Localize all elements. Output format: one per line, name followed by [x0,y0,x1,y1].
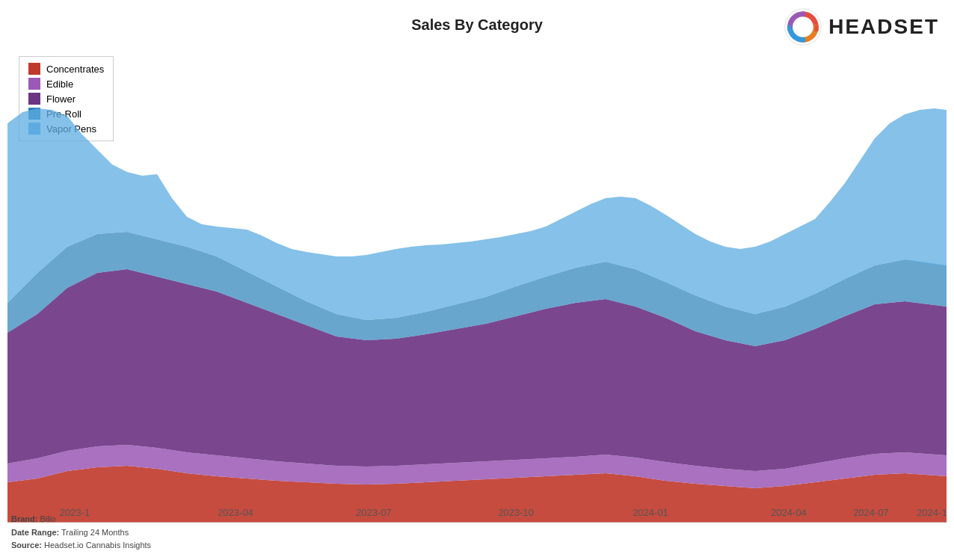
page-container: HEADSET Sales By Category Concentrates E… [0,0,954,560]
xaxis-label-4: 2024-01 [633,507,668,518]
footer-brand: Brand: Billo [11,513,151,526]
footer-source-value: Headset.io Cannabis Insights [44,541,151,550]
footer-date-label: Date Range: [11,528,59,537]
xaxis-label-6: 2024-07 [853,507,889,518]
xaxis-label-1: 2023-04 [218,507,253,518]
xaxis-label-2: 2023-07 [356,507,392,518]
xaxis-label-5: 2024-04 [771,507,807,518]
xaxis-label-7: 2024-10 [917,507,947,518]
chart-title: Sales By Category [0,16,954,34]
chart-area: 2023-1 2023-04 2023-07 2023-10 2024-01 2… [7,49,947,523]
footer-source-label: Source: [11,541,42,550]
chart-svg: 2023-1 2023-04 2023-07 2023-10 2024-01 2… [7,49,947,523]
footer-info: Brand: Billo Date Range: Trailing 24 Mon… [11,513,151,553]
footer-date: Date Range: Trailing 24 Months [11,526,151,540]
footer-date-value: Trailing 24 Months [61,528,129,537]
footer-brand-value: Billo [40,514,56,523]
footer-source: Source: Headset.io Cannabis Insights [11,539,151,553]
footer-brand-label: Brand: [11,514,37,523]
xaxis-label-3: 2023-10 [498,507,534,518]
